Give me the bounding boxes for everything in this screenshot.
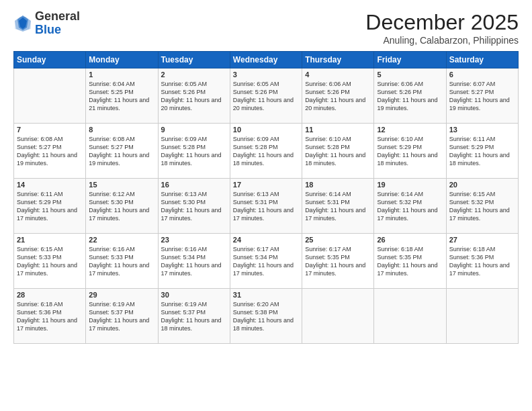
day-number: 13 (449, 126, 515, 134)
table-row: 26 Sunrise: 6:18 AM Sunset: 5:35 PM Dayl… (374, 234, 446, 289)
daylight: Daylight: 11 hours and 17 minutes. (161, 207, 222, 222)
header: General Blue December 2025 Anuling, Cala… (13, 10, 519, 46)
table-row: 27 Sunrise: 6:18 AM Sunset: 5:36 PM Dayl… (446, 234, 518, 289)
table-row: 7 Sunrise: 6:08 AM Sunset: 5:27 PM Dayli… (14, 124, 86, 179)
sunset: Sunset: 5:33 PM (89, 254, 134, 261)
day-number: 31 (233, 291, 299, 299)
daylight: Daylight: 11 hours and 20 minutes. (161, 97, 222, 111)
table-row: 28 Sunrise: 6:18 AM Sunset: 5:36 PM Dayl… (14, 289, 86, 344)
sunrise: Sunrise: 6:12 AM (89, 191, 135, 197)
cell-info: Sunrise: 6:16 AM Sunset: 5:34 PM Dayligh… (161, 245, 227, 278)
sunset: Sunset: 5:34 PM (161, 254, 206, 261)
day-number: 8 (89, 126, 154, 134)
table-row: 15 Sunrise: 6:12 AM Sunset: 5:30 PM Dayl… (86, 179, 158, 234)
logo-blue: Blue (35, 23, 61, 36)
daylight: Daylight: 11 hours and 18 minutes. (233, 317, 294, 332)
daylight: Daylight: 11 hours and 20 minutes. (305, 97, 365, 111)
week-row-3: 14 Sunrise: 6:11 AM Sunset: 5:29 PM Dayl… (14, 179, 519, 234)
col-sunday: Sunday (14, 52, 86, 68)
daylight: Daylight: 11 hours and 17 minutes. (449, 262, 510, 277)
daylight: Daylight: 11 hours and 17 minutes. (233, 207, 294, 222)
calendar-table: Sunday Monday Tuesday Wednesday Thursday… (13, 51, 519, 344)
daylight: Daylight: 11 hours and 19 minutes. (17, 152, 77, 167)
daylight: Daylight: 11 hours and 19 minutes. (89, 152, 149, 167)
sunset: Sunset: 5:29 PM (449, 144, 494, 150)
sunrise: Sunrise: 6:10 AM (305, 136, 351, 142)
sunrise: Sunrise: 6:06 AM (305, 81, 351, 87)
sunrise: Sunrise: 6:15 AM (449, 191, 496, 197)
daylight: Daylight: 11 hours and 17 minutes. (377, 262, 437, 277)
daylight: Daylight: 11 hours and 17 minutes. (161, 262, 222, 277)
daylight: Daylight: 11 hours and 19 minutes. (377, 97, 437, 111)
cell-info: Sunrise: 6:18 AM Sunset: 5:35 PM Dayligh… (377, 245, 443, 278)
sunrise: Sunrise: 6:14 AM (377, 191, 423, 197)
cell-info: Sunrise: 6:19 AM Sunset: 5:37 PM Dayligh… (161, 300, 227, 333)
sunrise: Sunrise: 6:07 AM (449, 81, 496, 87)
sunrise: Sunrise: 6:05 AM (161, 81, 208, 87)
daylight: Daylight: 11 hours and 17 minutes. (89, 317, 149, 332)
daylight: Daylight: 11 hours and 17 minutes. (89, 262, 149, 277)
logo-icon (13, 14, 32, 33)
table-row: 14 Sunrise: 6:11 AM Sunset: 5:29 PM Dayl… (14, 179, 86, 234)
table-row: 25 Sunrise: 6:17 AM Sunset: 5:35 PM Dayl… (302, 234, 374, 289)
header-row: Sunday Monday Tuesday Wednesday Thursday… (14, 52, 519, 68)
sunrise: Sunrise: 6:18 AM (17, 301, 63, 308)
daylight: Daylight: 11 hours and 18 minutes. (161, 152, 222, 167)
day-number: 16 (161, 181, 227, 189)
sunset: Sunset: 5:28 PM (161, 144, 206, 150)
month-title: December 2025 (365, 10, 519, 35)
col-wednesday: Wednesday (230, 52, 302, 68)
sunset: Sunset: 5:30 PM (161, 199, 206, 205)
sunrise: Sunrise: 6:08 AM (89, 136, 135, 142)
day-number: 20 (449, 181, 515, 189)
day-number: 4 (305, 71, 371, 79)
col-tuesday: Tuesday (158, 52, 230, 68)
cell-info: Sunrise: 6:11 AM Sunset: 5:29 PM Dayligh… (17, 190, 83, 223)
sunrise: Sunrise: 6:06 AM (377, 81, 423, 87)
table-row: 4 Sunrise: 6:06 AM Sunset: 5:26 PM Dayli… (302, 68, 374, 124)
day-number: 3 (233, 71, 299, 79)
table-row: 29 Sunrise: 6:19 AM Sunset: 5:37 PM Dayl… (86, 289, 158, 344)
day-number: 10 (233, 126, 299, 134)
cell-info: Sunrise: 6:10 AM Sunset: 5:29 PM Dayligh… (377, 135, 443, 168)
daylight: Daylight: 11 hours and 17 minutes. (17, 317, 77, 332)
sunset: Sunset: 5:26 PM (305, 89, 350, 95)
sunrise: Sunrise: 6:17 AM (305, 246, 351, 253)
cell-info: Sunrise: 6:13 AM Sunset: 5:30 PM Dayligh… (161, 190, 227, 223)
sunset: Sunset: 5:27 PM (449, 89, 494, 95)
day-number: 26 (377, 236, 443, 244)
sunset: Sunset: 5:27 PM (89, 144, 134, 150)
day-number: 11 (305, 126, 371, 134)
day-number: 28 (17, 291, 83, 299)
sunset: Sunset: 5:27 PM (17, 144, 62, 150)
title-block: December 2025 Anuling, Calabarzon, Phili… (365, 10, 519, 46)
day-number: 9 (161, 126, 227, 134)
sunrise: Sunrise: 6:16 AM (89, 246, 135, 253)
table-row: 2 Sunrise: 6:05 AM Sunset: 5:26 PM Dayli… (158, 68, 230, 124)
sunrise: Sunrise: 6:16 AM (161, 246, 208, 253)
sunset: Sunset: 5:32 PM (449, 199, 494, 205)
cell-info: Sunrise: 6:19 AM Sunset: 5:37 PM Dayligh… (89, 300, 154, 333)
cell-info: Sunrise: 6:09 AM Sunset: 5:28 PM Dayligh… (233, 135, 299, 168)
table-row: 24 Sunrise: 6:17 AM Sunset: 5:34 PM Dayl… (230, 234, 302, 289)
table-row: 11 Sunrise: 6:10 AM Sunset: 5:28 PM Dayl… (302, 124, 374, 179)
daylight: Daylight: 11 hours and 18 minutes. (449, 152, 510, 167)
sunset: Sunset: 5:31 PM (233, 199, 278, 205)
sunrise: Sunrise: 6:10 AM (377, 136, 423, 142)
sunset: Sunset: 5:35 PM (305, 254, 350, 261)
daylight: Daylight: 11 hours and 17 minutes. (377, 207, 437, 222)
day-number: 18 (305, 181, 371, 189)
day-number: 27 (449, 236, 515, 244)
sunrise: Sunrise: 6:13 AM (233, 191, 279, 197)
sunset: Sunset: 5:26 PM (161, 89, 206, 95)
week-row-1: 1 Sunrise: 6:04 AM Sunset: 5:25 PM Dayli… (14, 68, 519, 124)
sunrise: Sunrise: 6:17 AM (233, 246, 279, 253)
day-number: 24 (233, 236, 299, 244)
table-row: 16 Sunrise: 6:13 AM Sunset: 5:30 PM Dayl… (158, 179, 230, 234)
day-number: 6 (449, 71, 515, 79)
cell-info: Sunrise: 6:09 AM Sunset: 5:28 PM Dayligh… (161, 135, 227, 168)
daylight: Daylight: 11 hours and 17 minutes. (233, 262, 294, 277)
week-row-5: 28 Sunrise: 6:18 AM Sunset: 5:36 PM Dayl… (14, 289, 519, 344)
table-row: 6 Sunrise: 6:07 AM Sunset: 5:27 PM Dayli… (446, 68, 518, 124)
cell-info: Sunrise: 6:04 AM Sunset: 5:25 PM Dayligh… (89, 80, 154, 113)
